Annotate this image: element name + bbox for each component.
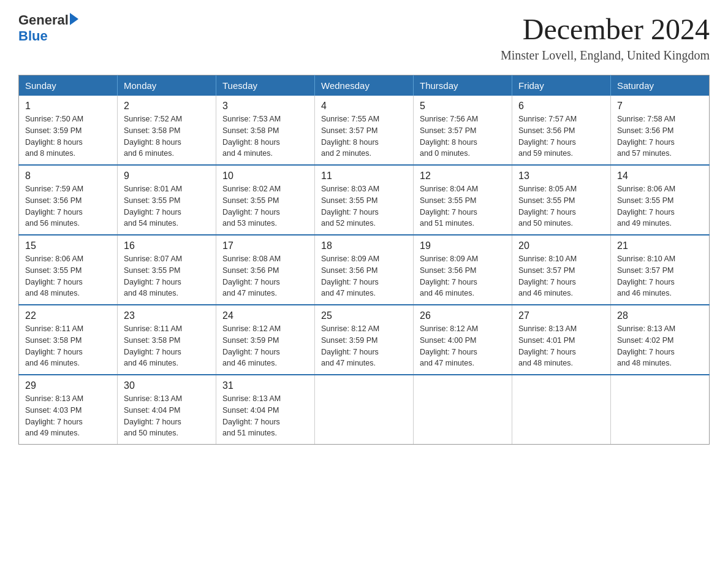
logo-blue: Blue	[18, 28, 78, 44]
location-title: Minster Lovell, England, United Kingdom	[501, 48, 710, 63]
logo-general: General	[18, 12, 69, 28]
day-info: Sunrise: 8:10 AMSunset: 3:57 PMDaylight:…	[518, 255, 577, 297]
header-tuesday: Tuesday	[216, 75, 315, 96]
day-number: 5	[420, 101, 506, 112]
day-number: 4	[321, 101, 407, 112]
day-number: 24	[222, 310, 308, 321]
day-number: 13	[518, 170, 604, 182]
day-info: Sunrise: 8:13 AMSunset: 4:01 PMDaylight:…	[518, 324, 577, 367]
calendar-week-row: 29 Sunrise: 8:13 AMSunset: 4:03 PMDaylig…	[19, 375, 710, 445]
day-info: Sunrise: 8:08 AMSunset: 3:56 PMDaylight:…	[222, 255, 281, 297]
day-info: Sunrise: 7:57 AMSunset: 3:56 PMDaylight:…	[518, 115, 577, 158]
day-number: 23	[124, 310, 210, 321]
calendar-cell: 30 Sunrise: 8:13 AMSunset: 4:04 PMDaylig…	[118, 375, 216, 445]
day-number: 1	[25, 101, 111, 112]
calendar-cell: 25 Sunrise: 8:12 AMSunset: 3:59 PMDaylig…	[315, 305, 414, 375]
day-info: Sunrise: 7:56 AMSunset: 3:57 PMDaylight:…	[420, 115, 478, 158]
day-number: 21	[617, 240, 703, 251]
day-number: 12	[420, 170, 506, 182]
logo-arrow-icon	[70, 13, 78, 25]
calendar-cell: 6 Sunrise: 7:57 AMSunset: 3:56 PMDayligh…	[512, 96, 611, 165]
day-info: Sunrise: 8:13 AMSunset: 4:04 PMDaylight:…	[124, 394, 182, 437]
day-info: Sunrise: 8:10 AMSunset: 3:57 PMDaylight:…	[617, 255, 675, 297]
calendar-cell: 24 Sunrise: 8:12 AMSunset: 3:59 PMDaylig…	[216, 305, 315, 375]
calendar-cell	[414, 375, 512, 445]
day-info: Sunrise: 8:04 AMSunset: 3:55 PMDaylight:…	[420, 185, 478, 228]
day-number: 10	[222, 170, 308, 182]
day-number: 15	[25, 240, 111, 251]
calendar-cell	[512, 375, 611, 445]
day-number: 9	[124, 170, 210, 182]
day-number: 22	[25, 310, 111, 321]
calendar-week-row: 8 Sunrise: 7:59 AMSunset: 3:56 PMDayligh…	[19, 165, 710, 235]
calendar-cell: 10 Sunrise: 8:02 AMSunset: 3:55 PMDaylig…	[216, 165, 315, 235]
day-info: Sunrise: 8:12 AMSunset: 3:59 PMDaylight:…	[222, 324, 281, 367]
day-info: Sunrise: 7:58 AMSunset: 3:56 PMDaylight:…	[617, 115, 675, 158]
header-sunday: Sunday	[19, 75, 118, 96]
day-info: Sunrise: 8:05 AMSunset: 3:55 PMDaylight:…	[518, 185, 577, 228]
day-info: Sunrise: 8:13 AMSunset: 4:03 PMDaylight:…	[25, 394, 83, 437]
title-area: December 2024 Minster Lovell, England, U…	[501, 12, 710, 63]
day-number: 18	[321, 240, 407, 251]
day-info: Sunrise: 8:13 AMSunset: 4:02 PMDaylight:…	[617, 324, 675, 367]
day-number: 30	[124, 380, 210, 391]
calendar-cell: 12 Sunrise: 8:04 AMSunset: 3:55 PMDaylig…	[414, 165, 512, 235]
page-header: General Blue December 2024 Minster Lovel…	[18, 12, 710, 63]
day-number: 7	[617, 101, 703, 112]
calendar-cell: 19 Sunrise: 8:09 AMSunset: 3:56 PMDaylig…	[414, 235, 512, 305]
day-info: Sunrise: 8:09 AMSunset: 3:56 PMDaylight:…	[321, 255, 379, 297]
day-number: 31	[222, 380, 308, 391]
calendar-cell: 9 Sunrise: 8:01 AMSunset: 3:55 PMDayligh…	[118, 165, 216, 235]
calendar-cell: 13 Sunrise: 8:05 AMSunset: 3:55 PMDaylig…	[512, 165, 611, 235]
calendar-week-row: 15 Sunrise: 8:06 AMSunset: 3:55 PMDaylig…	[19, 235, 710, 305]
day-info: Sunrise: 7:50 AMSunset: 3:59 PMDaylight:…	[25, 115, 83, 158]
day-number: 27	[518, 310, 604, 321]
header-monday: Monday	[118, 75, 216, 96]
calendar-week-row: 1 Sunrise: 7:50 AMSunset: 3:59 PMDayligh…	[19, 96, 710, 165]
day-number: 6	[518, 101, 604, 112]
day-info: Sunrise: 7:55 AMSunset: 3:57 PMDaylight:…	[321, 115, 379, 158]
day-info: Sunrise: 7:53 AMSunset: 3:58 PMDaylight:…	[222, 115, 281, 158]
day-number: 2	[124, 101, 210, 112]
day-info: Sunrise: 8:12 AMSunset: 4:00 PMDaylight:…	[420, 324, 478, 367]
calendar-cell: 14 Sunrise: 8:06 AMSunset: 3:55 PMDaylig…	[611, 165, 710, 235]
day-info: Sunrise: 8:11 AMSunset: 3:58 PMDaylight:…	[25, 324, 83, 367]
calendar-week-row: 22 Sunrise: 8:11 AMSunset: 3:58 PMDaylig…	[19, 305, 710, 375]
calendar-cell: 28 Sunrise: 8:13 AMSunset: 4:02 PMDaylig…	[611, 305, 710, 375]
calendar-cell: 7 Sunrise: 7:58 AMSunset: 3:56 PMDayligh…	[611, 96, 710, 165]
day-number: 11	[321, 170, 407, 182]
calendar-cell: 15 Sunrise: 8:06 AMSunset: 3:55 PMDaylig…	[19, 235, 118, 305]
calendar-cell: 29 Sunrise: 8:13 AMSunset: 4:03 PMDaylig…	[19, 375, 118, 445]
day-number: 28	[617, 310, 703, 321]
day-info: Sunrise: 8:06 AMSunset: 3:55 PMDaylight:…	[617, 185, 675, 228]
day-number: 25	[321, 310, 407, 321]
calendar-cell: 21 Sunrise: 8:10 AMSunset: 3:57 PMDaylig…	[611, 235, 710, 305]
calendar-cell: 17 Sunrise: 8:08 AMSunset: 3:56 PMDaylig…	[216, 235, 315, 305]
calendar-cell: 11 Sunrise: 8:03 AMSunset: 3:55 PMDaylig…	[315, 165, 414, 235]
calendar-cell	[315, 375, 414, 445]
calendar-cell: 1 Sunrise: 7:50 AMSunset: 3:59 PMDayligh…	[19, 96, 118, 165]
calendar-cell: 20 Sunrise: 8:10 AMSunset: 3:57 PMDaylig…	[512, 235, 611, 305]
day-number: 8	[25, 170, 111, 182]
calendar-cell: 3 Sunrise: 7:53 AMSunset: 3:58 PMDayligh…	[216, 96, 315, 165]
header-thursday: Thursday	[414, 75, 512, 96]
calendar-cell	[611, 375, 710, 445]
day-number: 26	[420, 310, 506, 321]
calendar-cell: 22 Sunrise: 8:11 AMSunset: 3:58 PMDaylig…	[19, 305, 118, 375]
calendar-cell: 31 Sunrise: 8:13 AMSunset: 4:04 PMDaylig…	[216, 375, 315, 445]
calendar-cell: 2 Sunrise: 7:52 AMSunset: 3:58 PMDayligh…	[118, 96, 216, 165]
day-info: Sunrise: 8:01 AMSunset: 3:55 PMDaylight:…	[124, 185, 182, 228]
day-number: 20	[518, 240, 604, 251]
day-info: Sunrise: 8:12 AMSunset: 3:59 PMDaylight:…	[321, 324, 379, 367]
day-number: 16	[124, 240, 210, 251]
day-info: Sunrise: 8:09 AMSunset: 3:56 PMDaylight:…	[420, 255, 478, 297]
day-number: 19	[420, 240, 506, 251]
calendar-cell: 18 Sunrise: 8:09 AMSunset: 3:56 PMDaylig…	[315, 235, 414, 305]
header-wednesday: Wednesday	[315, 75, 414, 96]
day-info: Sunrise: 8:06 AMSunset: 3:55 PMDaylight:…	[25, 255, 83, 297]
calendar-cell: 4 Sunrise: 7:55 AMSunset: 3:57 PMDayligh…	[315, 96, 414, 165]
day-info: Sunrise: 8:07 AMSunset: 3:55 PMDaylight:…	[124, 255, 182, 297]
calendar-header-row: SundayMondayTuesdayWednesdayThursdayFrid…	[19, 75, 710, 96]
day-number: 17	[222, 240, 308, 251]
calendar-cell: 23 Sunrise: 8:11 AMSunset: 3:58 PMDaylig…	[118, 305, 216, 375]
